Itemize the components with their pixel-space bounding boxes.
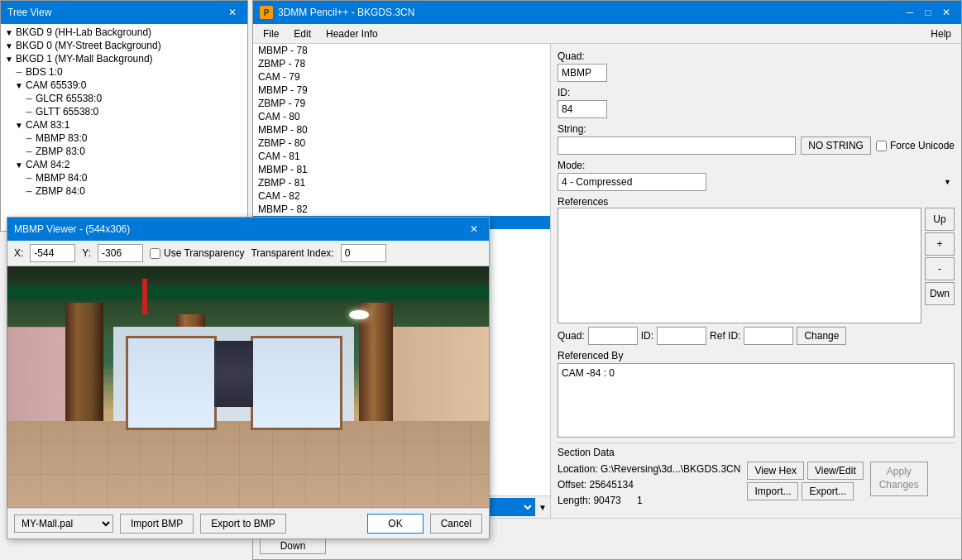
mall-scene xyxy=(7,266,489,508)
ref-refid-label: Ref ID: xyxy=(710,330,740,342)
view-hex-button[interactable]: View Hex xyxy=(747,462,803,480)
list-item[interactable]: MBMP - 81 xyxy=(253,163,550,176)
export-bmp-button[interactable]: Export to BMP xyxy=(200,514,285,534)
string-row: NO STRING Force Unicode xyxy=(558,136,955,155)
length-label: Length: xyxy=(558,495,591,506)
force-unicode-checkbox[interactable] xyxy=(876,141,887,151)
list-item[interactable]: MBMP - 79 xyxy=(253,84,550,97)
expand-icon: ▼ xyxy=(14,81,24,90)
right-panel: Quad: ID: String: NO STRING Force Unicod… xyxy=(551,44,961,518)
tree-item[interactable]: ▼ BKGD 1 (MY-Mall Background) xyxy=(1,52,247,65)
minus-button[interactable]: - xyxy=(925,257,955,280)
tree-item[interactable]: ▼ CAM 84:2 xyxy=(1,158,247,171)
tree-item[interactable]: ─ GLCR 65538:0 xyxy=(1,92,247,105)
list-item[interactable]: MBMP - 80 xyxy=(253,123,550,136)
menu-file[interactable]: File xyxy=(256,26,285,41)
list-item[interactable]: MBMP - 82 xyxy=(253,203,550,216)
tree-view-window: Tree View ✕ ▼ BKGD 9 (HH-Lab Background)… xyxy=(0,0,248,232)
dwn-button[interactable]: Dwn xyxy=(925,282,955,305)
use-transparency-text: Use Transparency xyxy=(164,247,244,259)
main-window-title: 3DMM Pencil++ - BKGDS.3CN xyxy=(278,7,414,18)
list-item[interactable]: CAM - 79 xyxy=(253,70,550,84)
referenced-by-value: CAM -84 : 0 xyxy=(562,367,615,379)
transparent-index-input[interactable] xyxy=(341,244,386,262)
y-input[interactable] xyxy=(98,244,143,262)
tree-item[interactable]: ─ MBMP 83:0 xyxy=(1,132,247,145)
list-item[interactable]: CAM - 80 xyxy=(253,110,550,123)
cancel-button[interactable]: Cancel xyxy=(430,514,482,534)
x-label: X: xyxy=(14,247,23,259)
mbmp-image-area xyxy=(7,266,489,508)
location-value: G:\Reversing\3d...\BKGDS.3CN xyxy=(601,463,740,475)
plus-button[interactable]: + xyxy=(925,232,955,256)
transparent-index-label: Transparent Index: xyxy=(251,247,333,259)
list-item[interactable]: CAM - 81 xyxy=(253,150,550,163)
quad-label: Quad: xyxy=(558,50,955,62)
export-button[interactable]: Export... xyxy=(802,482,854,500)
tree-view-title-bar: Tree View ✕ xyxy=(1,1,247,24)
string-input[interactable] xyxy=(558,136,796,155)
y-label: Y: xyxy=(82,247,91,259)
list-item[interactable]: CAM - 82 xyxy=(253,189,550,203)
red-decoration xyxy=(142,279,147,315)
menu-items: File Edit Header Info xyxy=(256,26,385,41)
ref-quad-input[interactable] xyxy=(588,327,638,345)
apply-changes-button[interactable]: Apply Changes xyxy=(870,462,928,496)
view-edit-button[interactable]: View/Edit xyxy=(807,462,864,480)
import-bmp-button[interactable]: Import BMP xyxy=(120,514,194,534)
menu-edit[interactable]: Edit xyxy=(287,26,318,41)
length-line: Length: 90473 1 xyxy=(558,493,740,509)
close-button[interactable]: ✕ xyxy=(938,4,955,21)
mbmp-close-button[interactable]: ✕ xyxy=(466,221,482,237)
list-item[interactable]: ZBMP - 80 xyxy=(253,136,550,150)
menu-help[interactable]: Help xyxy=(924,26,958,41)
minimize-button[interactable]: ─ xyxy=(902,4,918,21)
tree-item-label: MBMP 83:0 xyxy=(36,132,87,144)
mode-select[interactable]: 4 - Compressed 0 - None 1 - Uncompressed xyxy=(558,173,706,191)
tree-item-label: ZBMP 83:0 xyxy=(36,146,85,157)
expand-icon: ─ xyxy=(24,134,34,143)
references-row: Up + - Dwn xyxy=(558,208,955,323)
x-input[interactable] xyxy=(30,244,75,262)
menu-header-info[interactable]: Header Info xyxy=(319,26,385,41)
maximize-button[interactable]: □ xyxy=(920,4,936,21)
import-button[interactable]: Import... xyxy=(747,482,798,500)
title-bar-left: P 3DMM Pencil++ - BKGDS.3CN xyxy=(260,6,414,19)
app-icon: P xyxy=(260,6,273,19)
tree-item[interactable]: ▼ BKGD 9 (HH-Lab Background) xyxy=(1,26,247,39)
referenced-by-box[interactable]: CAM -84 : 0 xyxy=(558,363,955,438)
mbmp-controls: X: Y: Use Transparency Transparent Index… xyxy=(7,241,489,266)
quad-input[interactable] xyxy=(558,64,607,82)
no-string-button[interactable]: NO STRING xyxy=(801,136,871,155)
change-button[interactable]: Change xyxy=(797,327,846,345)
list-item[interactable]: ZBMP - 79 xyxy=(253,97,550,110)
tree-close-button[interactable]: ✕ xyxy=(224,4,241,21)
list-item[interactable]: ZBMP - 78 xyxy=(253,57,550,70)
left-pillar xyxy=(65,303,104,421)
tree-item[interactable]: ▼ CAM 83:1 xyxy=(1,118,247,132)
tree-item[interactable]: ─ BDS 1:0 xyxy=(1,65,247,79)
tree-item[interactable]: ─ GLTT 65538:0 xyxy=(1,105,247,118)
section-data-section: Section Data Location: G:\Reversing\3d..… xyxy=(558,443,955,510)
list-item[interactable]: ZBMP - 81 xyxy=(253,176,550,189)
tree-item[interactable]: ─ MBMP 84:0 xyxy=(1,171,247,184)
tree-item-label: BKGD 0 (MY-Street Background) xyxy=(16,40,161,51)
palette-select[interactable]: MY-Mall.pal xyxy=(14,515,113,533)
references-box[interactable] xyxy=(558,208,921,323)
tree-item[interactable]: ▼ CAM 65539:0 xyxy=(1,79,247,92)
offset-label: Offset: xyxy=(558,479,586,491)
referenced-by-section: Referenced By CAM -84 : 0 xyxy=(558,350,955,438)
up-button[interactable]: Up xyxy=(925,208,955,231)
ref-refid-input[interactable] xyxy=(744,327,793,345)
ref-id-input[interactable] xyxy=(657,327,706,345)
ok-button[interactable]: OK xyxy=(367,514,423,534)
id-input[interactable] xyxy=(558,100,607,118)
section-data-label: Section Data xyxy=(558,447,615,458)
list-item[interactable]: MBMP - 78 xyxy=(253,44,550,57)
tree-item[interactable]: ─ ZBMP 83:0 xyxy=(1,145,247,158)
tree-item[interactable]: ─ ZBMP 84:0 xyxy=(1,184,247,198)
mbmp-title: MBMP Viewer - (544x306) xyxy=(14,223,130,235)
id-group: ID: xyxy=(558,87,955,118)
use-transparency-checkbox[interactable] xyxy=(150,248,160,259)
tree-item[interactable]: ▼ BKGD 0 (MY-Street Background) xyxy=(1,39,247,52)
